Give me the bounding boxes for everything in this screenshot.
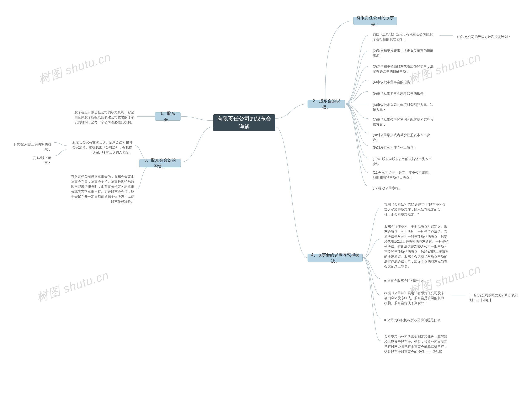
b4-c4a: (一)决定公司的经营方针和投资计划……【详细】: [466, 291, 527, 304]
root-node[interactable]: 有限责任公司的股东会详解: [213, 114, 275, 131]
b2-intro: 我国《公司法》规定，有限责任公司的股东会行使的职权包括：: [370, 30, 438, 43]
b2-p5: (5)审议批准监事会或者监事的报告；: [370, 89, 437, 98]
b2-p10: (10)对股东向股东以外的人转让出资作出决议；: [370, 155, 437, 168]
b3-c1b: (2)1/3以上董事；: [27, 154, 54, 167]
branch-1[interactable]: 1、股东会。: [155, 112, 181, 121]
branch-2a[interactable]: 有限责任公司的股东会：: [353, 17, 397, 25]
b4-c1: 我国《公司法》第39条规定："股东会的议事方式和表决程序，除本法有规定的以外，由…: [381, 201, 450, 219]
b4-c3: ■ 董事会股东会区别是什么: [381, 277, 450, 285]
b4-c4: 根据《公司法》规定，有限责任公司股东会由全体股东组成。股东会是公司的权力机构。股…: [381, 289, 450, 307]
b2-p8: (8)对公司增加或者减少注册资本作出决议；: [370, 131, 437, 144]
branch-3[interactable]: 3、股东会会议的召集。: [139, 159, 181, 167]
b2-p9: (9)对发行公司债券作出决议；: [370, 144, 437, 152]
b4-c5: ■ 公司的组织机构所涉及的问题是什么: [381, 316, 450, 324]
b1-desc: 股东会是有限责任公司的权力机构，它是由全体股东所组成的表达公司意思的非常设的机构…: [71, 108, 137, 126]
b3-c2: 有限责任公司设立董事会的，股东会会议由董事会召集，董事会主持。董事长因特殊原因不…: [66, 173, 137, 206]
b2-p12: (12)修改公司章程。: [370, 184, 437, 192]
b2-p3: (3)选举和更换由股东代表出任的监事，决定有关监事的报酬事项；: [370, 62, 437, 76]
b3-c1a: (1)代表1/4以上表决权的股东；: [8, 140, 54, 154]
b2-p2: (2)选举和更换董事，决定有关董事的报酬事项；: [370, 47, 437, 60]
branch-4[interactable]: 4、股东会的议事方式和表决。: [308, 254, 363, 262]
b3-c1: 股东会会议有首次会议、定期会议和临时会议之分。根据我国《公司法》，有权提议召开临…: [66, 138, 135, 156]
b2-p7: (7)审议批准公司的利润分配方案和弥补亏损方案；: [370, 115, 437, 129]
connector-lines: [0, 0, 532, 416]
b2-p11: (11)对公司合并、分立、变更公司形式、解散和清算事项作出决议；: [370, 168, 437, 182]
b4-c6: 公司章程由公司股东会制定和修改，其解释权也应属于股东会。但是，很多公司在制定章程…: [381, 333, 452, 356]
b2-p1: (1)决定公司的经营方针和投资计划；: [454, 33, 516, 41]
b2-p4: (4)审议批准董事会的报告；: [370, 78, 437, 86]
branch-2[interactable]: 2、股东会的职权。: [308, 100, 345, 108]
b2-p6: (6)审议批准公司的年度财务预算方案、决策方案；: [370, 101, 437, 114]
watermark: 树图 shutu.cn: [37, 49, 113, 87]
mindmap-canvas: 树图 shutu.cn 树图 shutu.cn 树图 shutu.cn 树图 s…: [0, 0, 532, 416]
watermark: 树图 shutu.cn: [35, 267, 111, 306]
b4-c2: 股东会行使职权，主要以决议形式定之。股东会决议可分为两种：一种是普通决议。普通决…: [381, 223, 452, 271]
